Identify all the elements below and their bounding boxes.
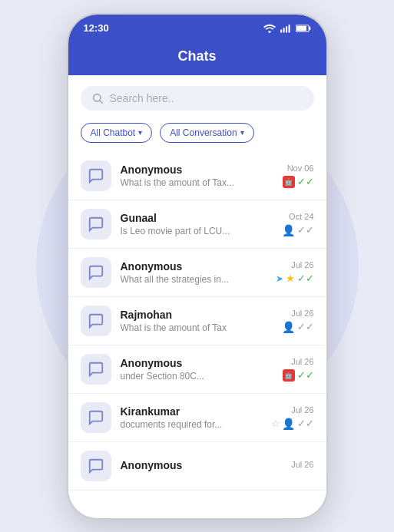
chat-name: Anonymous: [121, 260, 267, 273]
check-icon: ✓✓: [297, 369, 314, 381]
chat-preview: What all the strategies in...: [121, 274, 267, 285]
chat-list: Anonymous What is the amount of Tax... N…: [68, 152, 326, 518]
status-icons: [263, 24, 311, 33]
svg-rect-2: [286, 26, 287, 32]
list-item[interactable]: Anonymous What is the amount of Tax... N…: [68, 152, 326, 200]
chat-name: Anonymous: [121, 459, 283, 471]
filter-conversation-label: All Conversation: [170, 127, 237, 138]
list-item[interactable]: Anonymous Jul 26: [68, 442, 326, 491]
chat-content: Anonymous: [121, 459, 283, 473]
avatar: [81, 306, 111, 336]
signal-icon: [280, 24, 291, 33]
chat-meta: Jul 26: [291, 460, 313, 472]
battery-icon: [296, 24, 311, 33]
search-placeholder: Search here..: [110, 92, 174, 104]
check-grey-icon: ✓✓: [297, 321, 314, 332]
chat-content: Anonymous What is the amount of Tax...: [121, 164, 273, 188]
chat-name: Gunaal: [121, 212, 273, 224]
avatar: [81, 257, 111, 288]
app-header: Chats: [68, 42, 326, 75]
check-icon: ✓✓: [297, 176, 314, 187]
chat-meta: Jul 26 ☆ 👤 ✓✓: [271, 405, 314, 430]
filter-conversation[interactable]: All Conversation ▾: [160, 123, 253, 143]
list-item[interactable]: Anonymous What all the strategies in... …: [68, 249, 326, 297]
chat-icons: ➤ ★ ✓✓: [276, 273, 314, 284]
check-grey-icon: ✓✓: [297, 418, 314, 429]
chat-meta: Jul 26 🤖 ✓✓: [283, 357, 314, 382]
filters-row: All Chatbot ▾ All Conversation ▾: [68, 118, 326, 152]
avatar: [81, 209, 111, 240]
chat-preview: Is Leo movie part of LCU...: [121, 226, 273, 236]
filter-chatbot-label: All Chatbot: [91, 127, 136, 138]
list-item[interactable]: Rajmohan What is the amount of Tax Jul 2…: [68, 297, 326, 345]
chat-icons: 👤 ✓✓: [283, 321, 314, 333]
chat-icon: [88, 458, 104, 474]
phone-frame: 12:30: [67, 13, 328, 520]
list-item[interactable]: Gunaal Is Leo movie part of LCU... Oct 2…: [68, 200, 326, 249]
list-item[interactable]: Kirankumar documents required for... Jul…: [68, 394, 326, 442]
chat-icon: [88, 361, 104, 378]
chat-content: Anonymous under Section 80C...: [121, 357, 273, 382]
svg-rect-3: [288, 25, 290, 32]
chat-date: Jul 26: [291, 405, 313, 415]
chevron-down-icon: ▾: [138, 128, 142, 137]
chat-icons: 🤖 ✓✓: [283, 176, 314, 188]
check-icon: ✓✓: [297, 273, 314, 284]
bot-icon: 🤖: [283, 369, 295, 382]
filter-chatbot[interactable]: All Chatbot ▾: [81, 123, 153, 143]
star-empty-icon: ☆: [271, 418, 280, 429]
chat-icons: 👤 ✓✓: [283, 224, 314, 236]
chat-preview: What is the amount of Tax...: [121, 177, 273, 188]
chat-icon: [88, 167, 104, 184]
avatar: [81, 451, 111, 481]
user-icon: 👤: [283, 418, 295, 430]
search-container: Search here..: [68, 75, 326, 118]
user-icon: 👤: [283, 321, 295, 333]
chat-date: Jul 26: [291, 357, 313, 366]
check-grey-icon: ✓✓: [297, 224, 314, 236]
chat-icon: [88, 216, 104, 233]
chat-content: Kirankumar documents required for...: [121, 405, 262, 430]
chat-preview: What is the amount of Tax: [121, 322, 273, 333]
chat-date: Nov 06: [287, 164, 314, 173]
star-icon: ★: [286, 273, 295, 284]
chat-meta: Jul 26 ➤ ★ ✓✓: [276, 260, 314, 284]
svg-rect-6: [296, 25, 306, 30]
status-time: 12:30: [84, 22, 109, 34]
chat-content: Gunaal Is Leo movie part of LCU...: [121, 212, 273, 236]
chat-name: Rajmohan: [121, 309, 273, 321]
forward-icon: ➤: [276, 273, 283, 284]
header-title: Chats: [177, 48, 216, 64]
chat-preview: under Section 80C...: [121, 371, 273, 382]
chat-date: Jul 26: [291, 260, 313, 269]
chat-content: Rajmohan What is the amount of Tax: [121, 309, 273, 333]
chat-icon: [88, 312, 104, 329]
chat-date: Jul 26: [291, 460, 313, 469]
user-icon: 👤: [283, 224, 295, 236]
chat-icon: [88, 409, 104, 426]
screen-content: Chats Search here.. All Chatbot ▾: [68, 42, 326, 518]
phone-wrapper: 12:30: [0, 0, 394, 532]
chat-meta: Nov 06 🤖 ✓✓: [283, 164, 314, 188]
chat-name: Anonymous: [121, 164, 273, 176]
chat-meta: Jul 26 👤 ✓✓: [283, 309, 314, 333]
svg-rect-1: [283, 28, 284, 32]
bot-icon: 🤖: [283, 176, 295, 188]
chat-icons: 🤖 ✓✓: [283, 369, 314, 382]
chat-icons: ☆ 👤 ✓✓: [271, 418, 314, 430]
list-item[interactable]: Anonymous under Section 80C... Jul 26 🤖 …: [68, 345, 326, 394]
chat-icon: [88, 264, 104, 281]
chat-content: Anonymous What all the strategies in...: [121, 260, 267, 285]
chat-meta: Oct 24 👤 ✓✓: [283, 212, 314, 236]
status-bar: 12:30: [68, 15, 326, 42]
svg-rect-5: [309, 26, 310, 29]
avatar: [81, 354, 111, 385]
search-bar[interactable]: Search here..: [81, 86, 314, 111]
chat-date: Jul 26: [291, 309, 313, 318]
search-icon: [91, 92, 104, 104]
svg-rect-0: [280, 29, 282, 32]
svg-point-7: [93, 94, 100, 101]
chat-name: Anonymous: [121, 357, 273, 369]
avatar: [81, 160, 111, 191]
chat-name: Kirankumar: [121, 405, 262, 418]
